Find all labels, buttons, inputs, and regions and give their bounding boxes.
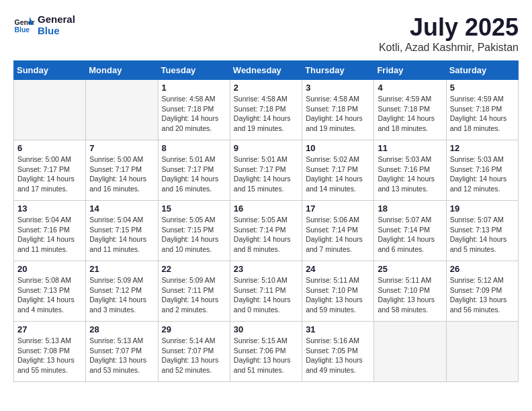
location-title: Kotli, Azad Kashmir, Pakistan xyxy=(379,42,519,54)
calendar-cell: 13Sunrise: 5:04 AMSunset: 7:16 PMDayligh… xyxy=(14,201,86,261)
day-info: Sunrise: 5:03 AMSunset: 7:16 PMDaylight:… xyxy=(378,154,442,194)
day-number: 1 xyxy=(162,83,226,93)
calendar-week-row: 1Sunrise: 4:58 AMSunset: 7:18 PMDaylight… xyxy=(14,80,519,140)
day-number: 29 xyxy=(162,324,226,334)
calendar-cell: 29Sunrise: 5:14 AMSunset: 7:07 PMDayligh… xyxy=(158,322,230,382)
svg-text:Blue: Blue xyxy=(15,26,30,34)
day-number: 20 xyxy=(17,264,82,274)
calendar-cell: 25Sunrise: 5:11 AMSunset: 7:10 PMDayligh… xyxy=(374,261,446,322)
calendar-cell: 22Sunrise: 5:09 AMSunset: 7:11 PMDayligh… xyxy=(158,261,230,322)
weekday-header: Sunday xyxy=(14,61,86,80)
calendar-week-row: 20Sunrise: 5:08 AMSunset: 7:13 PMDayligh… xyxy=(14,261,519,322)
day-info: Sunrise: 5:11 AMSunset: 7:10 PMDaylight:… xyxy=(306,275,370,315)
day-number: 14 xyxy=(89,203,154,214)
calendar-cell: 10Sunrise: 5:02 AMSunset: 7:17 PMDayligh… xyxy=(302,140,374,201)
calendar-cell: 8Sunrise: 5:01 AMSunset: 7:17 PMDaylight… xyxy=(158,140,230,201)
calendar-cell: 1Sunrise: 4:58 AMSunset: 7:18 PMDaylight… xyxy=(158,80,230,140)
calendar-cell: 15Sunrise: 5:05 AMSunset: 7:15 PMDayligh… xyxy=(158,201,230,261)
day-info: Sunrise: 5:05 AMSunset: 7:15 PMDaylight:… xyxy=(162,215,226,255)
day-number: 16 xyxy=(234,203,298,214)
day-info: Sunrise: 5:03 AMSunset: 7:16 PMDaylight:… xyxy=(450,154,515,194)
day-info: Sunrise: 5:11 AMSunset: 7:10 PMDaylight:… xyxy=(378,275,442,315)
logo-line2: Blue xyxy=(38,25,75,36)
day-number: 8 xyxy=(162,143,226,153)
day-number: 18 xyxy=(378,203,442,214)
day-info: Sunrise: 5:09 AMSunset: 7:11 PMDaylight:… xyxy=(162,275,226,315)
calendar-week-row: 6Sunrise: 5:00 AMSunset: 7:17 PMDaylight… xyxy=(14,140,519,201)
calendar-cell xyxy=(374,322,446,382)
calendar-cell: 18Sunrise: 5:07 AMSunset: 7:14 PMDayligh… xyxy=(374,201,446,261)
day-info: Sunrise: 4:58 AMSunset: 7:18 PMDaylight:… xyxy=(234,94,298,134)
calendar-week-row: 13Sunrise: 5:04 AMSunset: 7:16 PMDayligh… xyxy=(14,201,519,261)
day-info: Sunrise: 5:00 AMSunset: 7:17 PMDaylight:… xyxy=(17,154,82,194)
calendar-cell: 2Sunrise: 4:58 AMSunset: 7:18 PMDaylight… xyxy=(230,80,302,140)
day-number: 3 xyxy=(306,83,370,93)
day-info: Sunrise: 5:10 AMSunset: 7:11 PMDaylight:… xyxy=(234,275,298,315)
day-number: 24 xyxy=(306,264,370,274)
day-number: 22 xyxy=(162,264,226,274)
calendar-cell: 14Sunrise: 5:04 AMSunset: 7:15 PMDayligh… xyxy=(86,201,158,261)
calendar-cell: 4Sunrise: 4:59 AMSunset: 7:18 PMDaylight… xyxy=(374,80,446,140)
logo-icon: General Blue xyxy=(13,14,35,36)
calendar-cell: 27Sunrise: 5:13 AMSunset: 7:08 PMDayligh… xyxy=(14,322,86,382)
day-info: Sunrise: 5:04 AMSunset: 7:16 PMDaylight:… xyxy=(17,215,82,255)
calendar-cell: 3Sunrise: 4:58 AMSunset: 7:18 PMDaylight… xyxy=(302,80,374,140)
day-number: 26 xyxy=(450,264,515,274)
day-number: 5 xyxy=(450,83,515,93)
weekday-header: Saturday xyxy=(446,61,518,80)
day-number: 28 xyxy=(89,324,154,334)
day-number: 12 xyxy=(450,143,515,153)
day-number: 21 xyxy=(89,264,154,274)
day-info: Sunrise: 5:13 AMSunset: 7:07 PMDaylight:… xyxy=(89,336,154,375)
day-number: 17 xyxy=(306,203,370,214)
calendar-cell xyxy=(86,80,158,140)
logo: General Blue General Blue xyxy=(13,13,75,36)
calendar-cell: 16Sunrise: 5:05 AMSunset: 7:14 PMDayligh… xyxy=(230,201,302,261)
weekday-header: Monday xyxy=(86,61,158,80)
day-info: Sunrise: 5:12 AMSunset: 7:09 PMDaylight:… xyxy=(450,275,515,315)
day-info: Sunrise: 4:59 AMSunset: 7:18 PMDaylight:… xyxy=(450,94,515,134)
calendar-table: SundayMondayTuesdayWednesdayThursdayFrid… xyxy=(13,60,519,382)
calendar-week-row: 27Sunrise: 5:13 AMSunset: 7:08 PMDayligh… xyxy=(14,322,519,382)
weekday-header: Wednesday xyxy=(230,61,302,80)
day-number: 25 xyxy=(378,264,442,274)
calendar-cell: 20Sunrise: 5:08 AMSunset: 7:13 PMDayligh… xyxy=(14,261,86,322)
title-block: July 2025 Kotli, Azad Kashmir, Pakistan xyxy=(379,13,519,54)
calendar-cell: 28Sunrise: 5:13 AMSunset: 7:07 PMDayligh… xyxy=(86,322,158,382)
day-info: Sunrise: 5:05 AMSunset: 7:14 PMDaylight:… xyxy=(234,215,298,255)
calendar-cell: 26Sunrise: 5:12 AMSunset: 7:09 PMDayligh… xyxy=(446,261,518,322)
weekday-header: Tuesday xyxy=(158,61,230,80)
calendar-cell: 9Sunrise: 5:01 AMSunset: 7:17 PMDaylight… xyxy=(230,140,302,201)
calendar-cell: 11Sunrise: 5:03 AMSunset: 7:16 PMDayligh… xyxy=(374,140,446,201)
day-info: Sunrise: 5:08 AMSunset: 7:13 PMDaylight:… xyxy=(17,275,82,315)
day-number: 2 xyxy=(234,83,298,93)
day-info: Sunrise: 4:58 AMSunset: 7:18 PMDaylight:… xyxy=(162,94,226,134)
calendar-cell: 5Sunrise: 4:59 AMSunset: 7:18 PMDaylight… xyxy=(446,80,518,140)
calendar-cell: 6Sunrise: 5:00 AMSunset: 7:17 PMDaylight… xyxy=(14,140,86,201)
calendar-cell: 31Sunrise: 5:16 AMSunset: 7:05 PMDayligh… xyxy=(302,322,374,382)
calendar-cell: 30Sunrise: 5:15 AMSunset: 7:06 PMDayligh… xyxy=(230,322,302,382)
day-info: Sunrise: 5:16 AMSunset: 7:05 PMDaylight:… xyxy=(306,336,370,375)
day-number: 31 xyxy=(306,324,370,334)
day-info: Sunrise: 4:58 AMSunset: 7:18 PMDaylight:… xyxy=(306,94,370,134)
day-number: 9 xyxy=(234,143,298,153)
day-info: Sunrise: 5:14 AMSunset: 7:07 PMDaylight:… xyxy=(162,336,226,375)
calendar-cell: 24Sunrise: 5:11 AMSunset: 7:10 PMDayligh… xyxy=(302,261,374,322)
day-number: 27 xyxy=(17,324,82,334)
day-number: 30 xyxy=(234,324,298,334)
weekday-header-row: SundayMondayTuesdayWednesdayThursdayFrid… xyxy=(14,61,519,80)
page-header: General Blue General Blue July 2025 Kotl… xyxy=(13,13,519,54)
day-number: 6 xyxy=(17,143,82,153)
day-info: Sunrise: 4:59 AMSunset: 7:18 PMDaylight:… xyxy=(378,94,442,134)
day-number: 4 xyxy=(378,83,442,93)
day-number: 13 xyxy=(17,203,82,214)
day-info: Sunrise: 5:07 AMSunset: 7:14 PMDaylight:… xyxy=(378,215,442,255)
calendar-cell xyxy=(14,80,86,140)
day-info: Sunrise: 5:02 AMSunset: 7:17 PMDaylight:… xyxy=(306,154,370,194)
day-info: Sunrise: 5:04 AMSunset: 7:15 PMDaylight:… xyxy=(89,215,154,255)
day-info: Sunrise: 5:15 AMSunset: 7:06 PMDaylight:… xyxy=(234,336,298,375)
day-number: 15 xyxy=(162,203,226,214)
calendar-cell: 23Sunrise: 5:10 AMSunset: 7:11 PMDayligh… xyxy=(230,261,302,322)
day-number: 19 xyxy=(450,203,515,214)
month-title: July 2025 xyxy=(379,13,519,42)
